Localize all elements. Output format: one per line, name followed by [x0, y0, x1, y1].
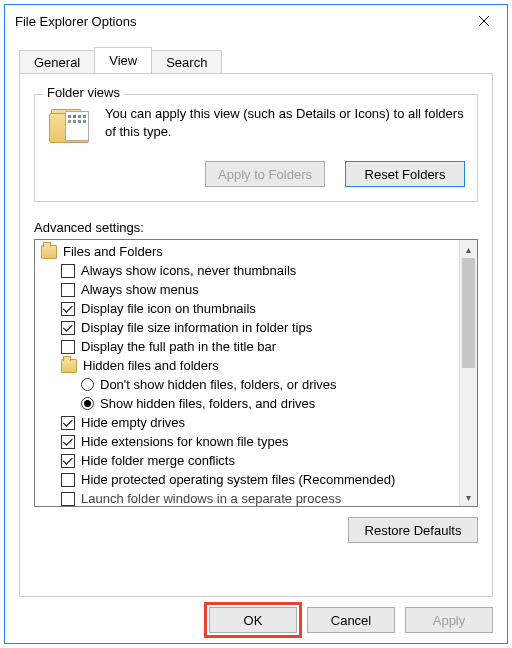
- advanced-settings-label: Advanced settings:: [34, 220, 478, 235]
- tab-general[interactable]: General: [19, 50, 95, 74]
- advanced-settings-box: Files and Folders Always show icons, nev…: [34, 239, 478, 507]
- checkbox-icon[interactable]: [61, 435, 75, 449]
- folder-views-group: Folder views You can apply this view (su…: [34, 94, 478, 202]
- tree-item[interactable]: Hide empty drives: [39, 413, 455, 432]
- scroll-thumb[interactable]: [462, 258, 475, 368]
- tree-item[interactable]: Display the full path in the title bar: [39, 337, 455, 356]
- tree-root[interactable]: Files and Folders: [39, 242, 455, 261]
- checkbox-icon[interactable]: [61, 264, 75, 278]
- cancel-button[interactable]: Cancel: [307, 607, 395, 633]
- tree-item-label: Hide protected operating system files (R…: [81, 470, 395, 489]
- tab-view[interactable]: View: [94, 47, 152, 73]
- close-button[interactable]: [461, 5, 507, 37]
- tree-item-label: Hide empty drives: [81, 413, 185, 432]
- tree-item[interactable]: Always show icons, never thumbnails: [39, 261, 455, 280]
- tree-item[interactable]: Hide extensions for known file types: [39, 432, 455, 451]
- tree-item[interactable]: Show hidden files, folders, and drives: [39, 394, 455, 413]
- checkbox-icon[interactable]: [61, 454, 75, 468]
- folder-icon: [47, 107, 91, 151]
- scroll-track[interactable]: [460, 258, 477, 488]
- tree-item-label: Hide extensions for known file types: [81, 432, 288, 451]
- tree-item-label: Display file size information in folder …: [81, 318, 312, 337]
- dialog-buttons: OK Cancel Apply: [5, 607, 507, 643]
- checkbox-icon[interactable]: [61, 321, 75, 335]
- tree-item[interactable]: Hide protected operating system files (R…: [39, 470, 455, 489]
- ok-button[interactable]: OK: [209, 607, 297, 633]
- restore-defaults-button[interactable]: Restore Defaults: [348, 517, 478, 543]
- window-title: File Explorer Options: [15, 14, 461, 29]
- checkbox-icon[interactable]: [61, 283, 75, 297]
- tree-item[interactable]: Launch folder windows in a separate proc…: [39, 489, 455, 506]
- tab-strip: General View Search: [19, 45, 493, 73]
- checkbox-icon[interactable]: [61, 473, 75, 487]
- client-area: General View Search Folder views You can…: [5, 37, 507, 607]
- tab-panel-view: Folder views You can apply this view (su…: [19, 73, 493, 597]
- tree-item[interactable]: Hidden files and folders: [39, 356, 455, 375]
- tree-item-label: Display the full path in the title bar: [81, 337, 276, 356]
- apply-to-folders-button: Apply to Folders: [205, 161, 325, 187]
- radio-icon[interactable]: [81, 397, 94, 410]
- tree-item-label: Display file icon on thumbnails: [81, 299, 256, 318]
- dialog-window: File Explorer Options General View Searc…: [4, 4, 508, 644]
- tree-item-label: Always show menus: [81, 280, 199, 299]
- tree-item[interactable]: Always show menus: [39, 280, 455, 299]
- folder-views-text: You can apply this view (such as Details…: [105, 105, 465, 140]
- folder-views-title: Folder views: [43, 85, 124, 100]
- folder-icon: [41, 245, 57, 259]
- tab-search[interactable]: Search: [151, 50, 222, 74]
- checkbox-icon[interactable]: [61, 302, 75, 316]
- tree-item-label: Launch folder windows in a separate proc…: [81, 489, 341, 506]
- scrollbar[interactable]: ▴ ▾: [459, 240, 477, 506]
- titlebar: File Explorer Options: [5, 5, 507, 37]
- tree-item-label: Don't show hidden files, folders, or dri…: [100, 375, 337, 394]
- radio-icon[interactable]: [81, 378, 94, 391]
- tree-item-label: Hide folder merge conflicts: [81, 451, 235, 470]
- apply-button: Apply: [405, 607, 493, 633]
- tree-item-label: Always show icons, never thumbnails: [81, 261, 296, 280]
- tree-item[interactable]: Don't show hidden files, folders, or dri…: [39, 375, 455, 394]
- tree-item-label: Hidden files and folders: [83, 356, 219, 375]
- checkbox-icon[interactable]: [61, 492, 75, 506]
- scroll-down-icon[interactable]: ▾: [460, 488, 477, 506]
- folder-icon: [61, 359, 77, 373]
- tree-item[interactable]: Display file icon on thumbnails: [39, 299, 455, 318]
- checkbox-icon[interactable]: [61, 340, 75, 354]
- reset-folders-button[interactable]: Reset Folders: [345, 161, 465, 187]
- tree-item[interactable]: Display file size information in folder …: [39, 318, 455, 337]
- tree-root-label: Files and Folders: [63, 242, 163, 261]
- scroll-up-icon[interactable]: ▴: [460, 240, 477, 258]
- tree-item-label: Show hidden files, folders, and drives: [100, 394, 315, 413]
- checkbox-icon[interactable]: [61, 416, 75, 430]
- advanced-settings-tree[interactable]: Files and Folders Always show icons, nev…: [35, 240, 459, 506]
- tree-item[interactable]: Hide folder merge conflicts: [39, 451, 455, 470]
